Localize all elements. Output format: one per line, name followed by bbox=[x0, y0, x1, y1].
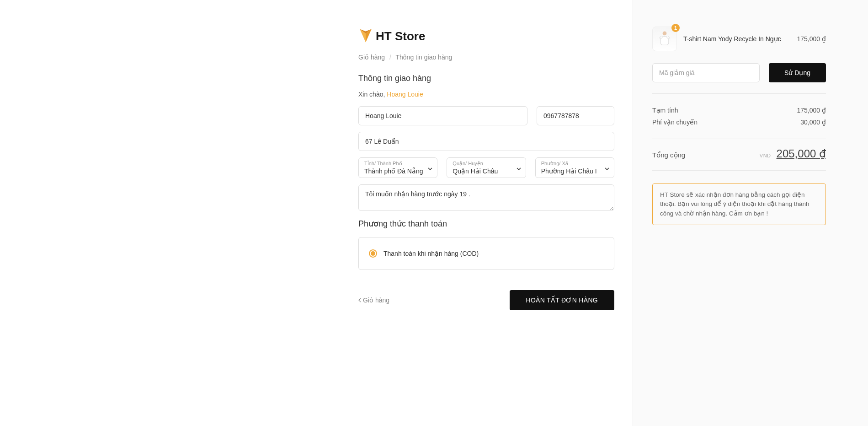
grand-total-label: Tổng cộng bbox=[652, 151, 685, 159]
district-value: Quận Hải Châu bbox=[453, 167, 511, 175]
breadcrumb-cart-link[interactable]: Giỏ hàng bbox=[358, 54, 385, 61]
qty-badge: 1 bbox=[671, 24, 680, 32]
back-to-cart-link[interactable]: Giỏ hàng bbox=[358, 297, 389, 304]
apply-coupon-button[interactable]: Sử Dụng bbox=[769, 63, 826, 82]
chevron-down-icon bbox=[605, 164, 609, 172]
coupon-input[interactable] bbox=[652, 63, 760, 82]
address-input[interactable] bbox=[358, 132, 614, 151]
province-select[interactable]: Tỉnh/ Thành Phố Thành phố Đà Nẵng bbox=[358, 157, 437, 178]
svg-point-0 bbox=[663, 32, 667, 36]
submit-order-button[interactable]: HOÀN TẤT ĐƠN HÀNG bbox=[510, 290, 614, 310]
main-panel: HT Store Giỏ hàng / Thông tin giao hàng … bbox=[0, 0, 633, 426]
district-label: Quận/ Huyện bbox=[453, 161, 511, 167]
subtotal-value: 175,000 ₫ bbox=[797, 107, 826, 114]
payment-cod-option[interactable]: Thanh toán khi nhận hàng (COD) bbox=[358, 237, 614, 270]
logo: HT Store bbox=[358, 27, 614, 45]
logo-text: HT Store bbox=[376, 29, 425, 43]
shipping-title: Thông tin giao hàng bbox=[358, 74, 614, 83]
logo-icon bbox=[358, 27, 376, 45]
ward-label: Phường/ Xã bbox=[541, 161, 600, 167]
greeting: Xin chào, Hoang Louie bbox=[358, 91, 614, 98]
product-name: T-shirt Nam Yody Recycle In Ngực bbox=[683, 35, 791, 43]
breadcrumb-separator: / bbox=[389, 54, 391, 61]
greeting-user-link[interactable]: Hoang Louie bbox=[387, 91, 423, 98]
chevron-down-icon bbox=[428, 164, 432, 172]
grand-total-value: 205,000 ₫ bbox=[777, 147, 826, 160]
province-value: Thành phố Đà Nẵng bbox=[364, 167, 423, 175]
district-select[interactable]: Quận/ Huyện Quận Hải Châu bbox=[447, 157, 526, 178]
shipping-fee-value: 30,000 ₫ bbox=[800, 119, 826, 126]
province-label: Tỉnh/ Thành Phố bbox=[364, 161, 423, 167]
breadcrumb: Giỏ hàng / Thông tin giao hàng bbox=[358, 54, 614, 61]
payment-title: Phương thức thanh toán bbox=[358, 219, 614, 229]
note-textarea[interactable]: Tôi muốn nhận hàng trước ngày 19 . bbox=[358, 184, 614, 211]
back-label: Giỏ hàng bbox=[363, 297, 389, 304]
ward-select[interactable]: Phường/ Xã Phường Hải Châu I bbox=[535, 157, 614, 178]
phone-input[interactable] bbox=[537, 106, 614, 125]
cart-item: 1 T-shirt Nam Yody Recycle In Ngực 175,0… bbox=[652, 27, 826, 51]
payment-cod-label: Thanh toán khi nhận hàng (COD) bbox=[383, 250, 479, 257]
subtotal-label: Tạm tính bbox=[652, 107, 678, 114]
summary-panel: 1 T-shirt Nam Yody Recycle In Ngực 175,0… bbox=[633, 0, 868, 426]
shipping-fee-label: Phí vận chuyển bbox=[652, 119, 698, 126]
divider bbox=[652, 170, 826, 171]
breadcrumb-current: Thông tin giao hàng bbox=[395, 54, 452, 61]
product-price: 175,000 ₫ bbox=[797, 35, 826, 43]
ward-value: Phường Hải Châu I bbox=[541, 167, 600, 175]
greeting-prefix: Xin chào, bbox=[358, 91, 387, 98]
chevron-left-icon bbox=[358, 297, 361, 304]
radio-selected-icon bbox=[369, 249, 377, 258]
name-input[interactable] bbox=[358, 106, 527, 125]
grand-total-currency: VND bbox=[760, 153, 771, 158]
chevron-down-icon bbox=[517, 164, 521, 172]
order-notice: HT Store sẽ xác nhận đơn hàng bằng cách … bbox=[652, 183, 826, 225]
